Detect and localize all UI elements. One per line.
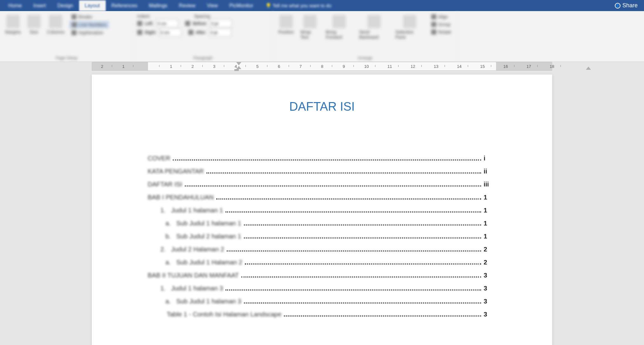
toc-entry[interactable]: Table 1 - Contoh Isi Halaman Landscape3 (148, 311, 496, 318)
group-button[interactable]: Group (429, 21, 453, 28)
ruler-number: 3 (213, 64, 215, 69)
toc-entry[interactable]: 1.Judul 1 halaman 33 (148, 285, 496, 292)
group-arrange: Position Wrap Text Bring Forward Send Ba… (273, 11, 457, 62)
ribbon-tabs-bar: Home Insert Design Layout References Mai… (0, 0, 644, 11)
align-button[interactable]: Align (429, 14, 453, 20)
horizontal-ruler[interactable]: 21123456789101112131415161718 (92, 62, 552, 71)
spacing-before-label: Before: (193, 21, 207, 26)
toc-entry[interactable]: a.Sub Judul 1 halaman 11 (148, 220, 496, 227)
tab-design[interactable]: Design (52, 0, 79, 11)
columns-button[interactable]: Columns (46, 14, 66, 54)
tab-mailings[interactable]: Mailings (143, 0, 173, 11)
tab-picmonitor[interactable]: PicMonitor (224, 0, 259, 11)
left-indent-marker[interactable] (234, 69, 239, 71)
toc-leader-dots (227, 251, 481, 251)
toc-label: BAB I PENDAHULUAN (148, 194, 214, 201)
first-line-indent-marker[interactable] (236, 62, 241, 65)
send-icon (367, 15, 381, 28)
ruler-number: 11 (387, 64, 392, 69)
toc-bullet: 1. (160, 207, 171, 214)
toc-bullet: a. (165, 220, 176, 227)
tell-me-search[interactable]: 💡 Tell me what you want to do (265, 3, 332, 9)
toc-page-number: 3 (484, 298, 496, 305)
toc-entry[interactable]: 2.Judul 2 Halaman 22 (148, 246, 496, 253)
breaks-button[interactable]: Breaks (70, 14, 109, 20)
tab-references[interactable]: References (106, 0, 143, 11)
tab-insert[interactable]: Insert (28, 0, 52, 11)
toc-leader-dots (216, 199, 481, 199)
toc-entry[interactable]: COVERi (148, 155, 496, 162)
indent-left-icon (137, 21, 142, 26)
wrap-text-button[interactable]: Wrap Text (299, 14, 321, 54)
tab-home[interactable]: Home (3, 0, 28, 11)
toc-bullet: 1. (160, 285, 171, 292)
spacing-after-input[interactable]: 0 pt (209, 28, 231, 36)
indent-left-input[interactable]: 0 cm (156, 19, 178, 28)
group-page-setup: Margins Size Columns Breaks Line Numbers… (0, 11, 133, 62)
selection-pane-button[interactable]: Selection Pane (394, 14, 426, 54)
position-button[interactable]: Position (277, 14, 295, 54)
ruler-number: 9 (343, 64, 345, 69)
page-title: DAFTAR ISI (148, 100, 496, 114)
ruler-number: 1 (170, 64, 172, 69)
bring-forward-button[interactable]: Bring Forward (325, 14, 354, 54)
toc-label: BAB II TUJUAN DAN MANFAAT (148, 272, 239, 279)
toc-page-number: 2 (484, 259, 496, 266)
toc-leader-dots (245, 264, 481, 264)
send-backward-button[interactable]: Send Backward (358, 14, 390, 54)
hanging-indent-marker[interactable] (236, 66, 241, 69)
toc-leader-dots (173, 159, 481, 160)
arrange-group-label: Arrange (277, 54, 453, 60)
spacing-after-label: After: (196, 30, 206, 35)
spacing-after-icon (188, 30, 193, 35)
ruler-area: 21123456789101112131415161718 (0, 62, 644, 71)
toc-entry[interactable]: KATA PENGANTARii (148, 168, 496, 175)
document-page[interactable]: DAFTAR ISI COVERiKATA PENGANTARiiDAFTAR … (92, 75, 552, 345)
toc-entry[interactable]: a.Sub Judul 1 halaman 33 (148, 298, 496, 305)
toc-page-number: 1 (484, 207, 496, 214)
right-indent-marker[interactable] (586, 67, 591, 70)
toc-label: Judul 1 halaman 1 (171, 207, 223, 214)
toc-entry[interactable]: BAB I PENDAHULUAN1 (148, 194, 496, 201)
ruler-number: 5 (256, 64, 258, 69)
toc-page-number: 3 (484, 272, 496, 279)
align-icon (431, 14, 436, 19)
tab-view[interactable]: View (201, 0, 224, 11)
indent-right-input[interactable]: 0 cm (159, 28, 181, 36)
toc-label: Sub Judul 1 Halaman 2 (176, 259, 242, 266)
share-label: Share (622, 2, 638, 9)
toc-page-number: 3 (484, 311, 496, 318)
toc-label: Table 1 - Contoh Isi Halaman Landscape (167, 311, 281, 318)
line-numbers-button[interactable]: Line Numbers (70, 21, 109, 28)
toc-label: Sub Judul 1 halaman 1 (176, 220, 241, 227)
ruler-number: 2 (101, 64, 103, 69)
toc-bullet: 2. (160, 246, 171, 253)
tab-review[interactable]: Review (173, 0, 201, 11)
rotate-button[interactable]: Rotate (429, 29, 453, 35)
indent-heading: Indent (137, 14, 150, 19)
share-button[interactable]: 👤 Share (611, 1, 641, 10)
toc-entry[interactable]: BAB II TUJUAN DAN MANFAAT3 (148, 272, 496, 279)
margins-button[interactable]: Margins (4, 14, 22, 54)
document-area[interactable]: DAFTAR ISI COVERiKATA PENGANTARiiDAFTAR … (0, 71, 644, 345)
ruler-number: 12 (411, 64, 415, 69)
toc-entry[interactable]: a.Sub Judul 1 Halaman 22 (148, 259, 496, 266)
toc-page-number: 3 (484, 285, 496, 292)
hyphenation-button[interactable]: Hyphenation (70, 29, 109, 36)
spacing-before-input[interactable]: 0 pt (210, 19, 232, 28)
toc-entry[interactable]: b.Sub Judul 2 halaman 11 (148, 233, 496, 240)
size-icon (27, 15, 41, 28)
toc-entry[interactable]: 1.Judul 1 halaman 11 (148, 207, 496, 214)
size-button[interactable]: Size (26, 14, 42, 54)
position-icon (279, 15, 293, 28)
toc-page-number: 1 (484, 194, 496, 201)
toc-leader-dots (284, 316, 481, 316)
ruler-number: 1 (122, 64, 124, 69)
toc-entry[interactable]: DAFTAR ISIiii (148, 181, 496, 188)
toc-page-number: ii (484, 168, 496, 175)
toc-label: Sub Judul 1 halaman 3 (176, 298, 241, 305)
tab-layout[interactable]: Layout (79, 0, 106, 11)
hyphenation-icon (71, 30, 77, 35)
ruler-number: 15 (480, 64, 485, 69)
toc-label: COVER (148, 155, 170, 162)
